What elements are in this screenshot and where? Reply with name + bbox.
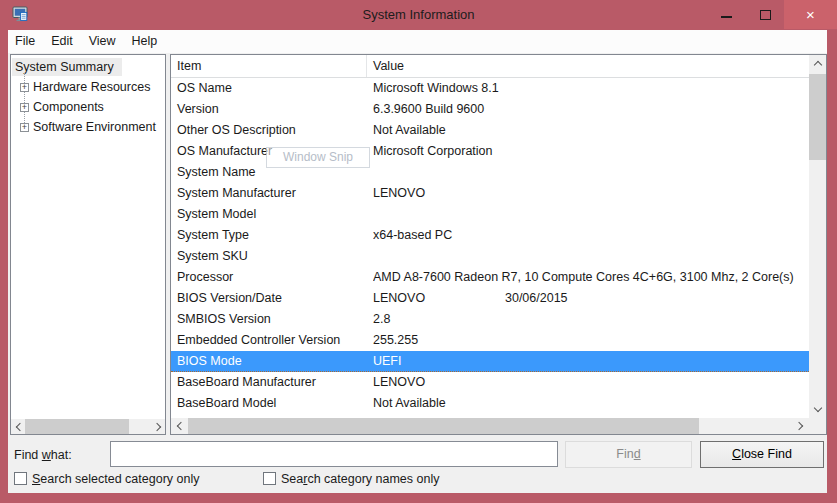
row-item-cell: SMBIOS Version: [171, 309, 373, 330]
scroll-right-icon[interactable]: [792, 418, 809, 434]
maximize-button[interactable]: [746, 0, 784, 29]
list-header: Item Value: [171, 55, 809, 78]
row-item-cell: System SKU: [171, 246, 373, 267]
row-value-cell: UEFI: [373, 351, 809, 371]
tree-item-hardware-resources[interactable]: +Hardware Resources: [20, 78, 150, 96]
find-button[interactable]: Find: [565, 441, 692, 468]
row-item-cell: System Manufacturer: [171, 183, 373, 204]
window-body: File Edit View Help System Summary +Hard…: [8, 30, 827, 493]
minimize-button[interactable]: [706, 0, 746, 29]
tree-expand-icon[interactable]: +: [20, 103, 29, 112]
table-row[interactable]: System Type x64-based PC: [171, 225, 809, 246]
row-value-cell: [373, 246, 809, 267]
scroll-down-icon[interactable]: [809, 401, 826, 418]
table-row[interactable]: Processor AMD A8-7600 Radeon R7, 10 Comp…: [171, 267, 809, 288]
table-row[interactable]: System Model: [171, 204, 809, 225]
tree-item-label: Hardware Resources: [33, 78, 150, 96]
row-item-cell: OS Name: [171, 78, 373, 99]
tree-item-system-summary[interactable]: System Summary: [12, 58, 122, 76]
title-bar[interactable]: System Information ×: [0, 0, 837, 30]
tree-expand-icon[interactable]: +: [20, 123, 29, 132]
menu-bar: File Edit View Help: [8, 30, 827, 53]
row-item-cell: Processor: [171, 267, 373, 288]
row-value-cell: LENOVO: [373, 183, 809, 204]
system-information-window: System Information × File Edit View Help…: [0, 0, 837, 503]
close-button[interactable]: ×: [784, 0, 837, 29]
row-item-cell: Other OS Description: [171, 120, 373, 141]
row-value-cell: LENOVO 30/06/2015: [373, 288, 809, 309]
menu-help[interactable]: Help: [124, 30, 166, 53]
scroll-left-icon[interactable]: [11, 419, 25, 434]
maximize-icon: [760, 10, 771, 20]
close-find-button[interactable]: Close Find: [700, 441, 824, 468]
menu-edit[interactable]: Edit: [43, 30, 81, 53]
row-value-cell: LENOVO: [373, 372, 809, 393]
snip-tooltip-ghost: Window Snip: [266, 147, 370, 168]
scroll-right-icon[interactable]: [151, 419, 165, 434]
table-row[interactable]: OS Name Microsoft Windows 8.1: [171, 78, 809, 99]
table-row[interactable]: System SKU: [171, 246, 809, 267]
category-tree-panel: System Summary +Hardware Resources+Compo…: [10, 54, 166, 435]
find-what-label: Find what:: [14, 447, 72, 463]
tree-horizontal-scrollbar[interactable]: [11, 419, 165, 434]
details-list-panel: Item Value OS Name Microsoft Windows 8.1…: [170, 54, 827, 435]
table-row[interactable]: BaseBoard Model Not Available: [171, 393, 809, 414]
search-selected-category-checkbox[interactable]: [14, 472, 27, 485]
list-rows: OS Name Microsoft Windows 8.1 Version 6.…: [171, 78, 809, 414]
row-item-cell: BIOS Version/Date: [171, 288, 373, 309]
scroll-left-icon[interactable]: [171, 418, 188, 434]
tree-scrollbar-thumb[interactable]: [25, 419, 129, 434]
scroll-up-icon[interactable]: [809, 55, 826, 72]
table-row[interactable]: System Manufacturer LENOVO: [171, 183, 809, 204]
search-category-names-label: Search category names only: [281, 472, 439, 486]
row-item-cell: BaseBoard Manufacturer: [171, 372, 373, 393]
row-item-cell: Embedded Controller Version: [171, 330, 373, 351]
search-selected-category-label: Search selected category only: [32, 472, 199, 486]
close-icon: ×: [806, 6, 815, 23]
row-item-cell: Version: [171, 99, 373, 120]
search-category-names-row: Search category names only: [263, 471, 439, 486]
menu-view[interactable]: View: [81, 30, 124, 53]
row-value-cell: [373, 162, 809, 183]
tree-expand-icon[interactable]: +: [20, 83, 29, 92]
row-value-cell: Not Available: [373, 120, 809, 141]
tree-item-label: Software Environment: [33, 118, 156, 136]
column-header-item[interactable]: Item: [171, 55, 367, 77]
row-value-cell: [373, 204, 809, 225]
row-value-cell: 2.8: [373, 309, 809, 330]
row-value-cell: Microsoft Corporation: [373, 141, 809, 162]
minimize-icon: [721, 16, 732, 18]
tree-item-components[interactable]: +Components: [20, 98, 104, 116]
row-value-cell: 6.3.9600 Build 9600: [373, 99, 809, 120]
column-header-value[interactable]: Value: [367, 55, 809, 77]
row-item-cell: System Type: [171, 225, 373, 246]
table-row[interactable]: Other OS Description Not Available: [171, 120, 809, 141]
row-value-cell: AMD A8-7600 Radeon R7, 10 Compute Cores …: [373, 267, 809, 288]
find-input[interactable]: [110, 441, 558, 467]
table-row[interactable]: BaseBoard Manufacturer LENOVO: [171, 372, 809, 393]
row-value-cell: x64-based PC: [373, 225, 809, 246]
table-row[interactable]: BIOS Version/Date LENOVO 30/06/2015: [171, 288, 809, 309]
vertical-scrollbar-thumb[interactable]: [809, 74, 826, 160]
scrollbar-corner: [809, 418, 826, 434]
horizontal-scrollbar[interactable]: [171, 418, 809, 434]
row-item-cell: System Model: [171, 204, 373, 225]
row-value-cell: Not Available: [373, 393, 809, 414]
search-category-names-checkbox[interactable]: [263, 472, 276, 485]
tree-item-software-environment[interactable]: +Software Environment: [20, 118, 156, 136]
row-item-cell: BaseBoard Model: [171, 393, 373, 414]
row-value-cell: 255.255: [373, 330, 809, 351]
table-row[interactable]: BIOS Mode UEFI: [171, 351, 809, 372]
menu-file[interactable]: File: [8, 30, 43, 53]
horizontal-scrollbar-thumb[interactable]: [188, 418, 699, 434]
vertical-scrollbar[interactable]: [809, 55, 826, 418]
tree-item-label: Components: [33, 98, 104, 116]
row-item-cell: BIOS Mode: [171, 351, 373, 371]
table-row[interactable]: SMBIOS Version 2.8: [171, 309, 809, 330]
search-selected-category-row: Search selected category only: [14, 471, 199, 486]
row-value-cell: Microsoft Windows 8.1: [373, 78, 809, 99]
table-row[interactable]: Embedded Controller Version 255.255: [171, 330, 809, 351]
table-row[interactable]: Version 6.3.9600 Build 9600: [171, 99, 809, 120]
